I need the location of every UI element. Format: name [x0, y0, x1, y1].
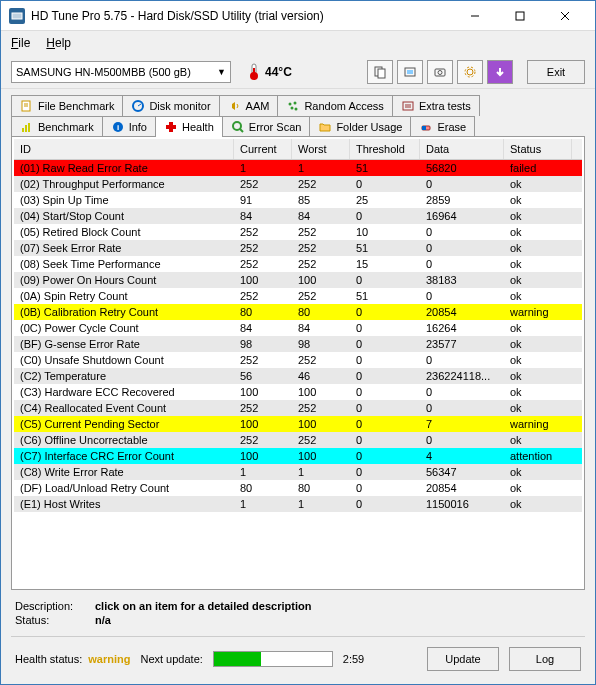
table-row[interactable]: (C8) Write Error Rate11056347ok — [14, 464, 582, 480]
update-button[interactable]: Update — [427, 647, 499, 671]
tab-disk-monitor[interactable]: Disk monitor — [122, 95, 219, 116]
cell-data: 16964 — [420, 208, 504, 224]
table-row[interactable]: (07) Seek Error Rate252252510ok — [14, 240, 582, 256]
cell-data: 0 — [420, 352, 504, 368]
table-row[interactable]: (02) Throughput Performance25225200ok — [14, 176, 582, 192]
cell-id: (C3) Hardware ECC Recovered — [14, 384, 234, 400]
col-status[interactable]: Status — [504, 139, 572, 159]
cell-worst: 252 — [292, 352, 350, 368]
tab-info[interactable]: iInfo — [102, 116, 156, 137]
maximize-button[interactable] — [497, 2, 542, 30]
tab-folder-usage[interactable]: Folder Usage — [309, 116, 411, 137]
copy-icon[interactable] — [367, 60, 393, 84]
table-row[interactable]: (C2) Temperature56460236224118...ok — [14, 368, 582, 384]
cell-thr: 25 — [350, 192, 420, 208]
table-row[interactable]: (C5) Current Pending Sector10010007warni… — [14, 416, 582, 432]
separator — [11, 636, 585, 637]
col-current[interactable]: Current — [234, 139, 292, 159]
table-row[interactable]: (0C) Power Cycle Count8484016264ok — [14, 320, 582, 336]
minimize-button[interactable] — [452, 2, 497, 30]
cell-thr: 0 — [350, 384, 420, 400]
cell-thr: 15 — [350, 256, 420, 272]
thermometer-icon — [247, 63, 261, 81]
table-row[interactable]: (E1) Host Writes1101150016ok — [14, 496, 582, 512]
tab-label: File Benchmark — [38, 100, 114, 112]
cell-data: 1150016 — [420, 496, 504, 512]
tab-label: Disk monitor — [149, 100, 210, 112]
svg-point-23 — [291, 107, 294, 110]
table-row[interactable]: (04) Start/Stop Count8484016964ok — [14, 208, 582, 224]
tab-file-benchmark[interactable]: File Benchmark — [11, 95, 123, 116]
cell-status: ok — [504, 256, 572, 272]
exit-button[interactable]: Exit — [527, 60, 585, 84]
titlebar[interactable]: HD Tune Pro 5.75 - Hard Disk/SSD Utility… — [1, 1, 595, 31]
cell-worst: 84 — [292, 208, 350, 224]
tab-erase[interactable]: Erase — [410, 116, 475, 137]
aam-icon — [228, 99, 242, 113]
cell-status: ok — [504, 272, 572, 288]
device-dropdown[interactable]: SAMSUNG HN-M500MBB (500 gB) ▼ — [11, 61, 231, 83]
tab-error-scan[interactable]: Error Scan — [222, 116, 311, 137]
svg-rect-25 — [403, 102, 413, 110]
close-button[interactable] — [542, 2, 587, 30]
tab-health[interactable]: Health — [155, 116, 223, 137]
description-block: Description: click on an item for a deta… — [11, 600, 585, 626]
table-row[interactable]: (C3) Hardware ECC Recovered10010000ok — [14, 384, 582, 400]
col-worst[interactable]: Worst — [292, 139, 350, 159]
cell-cur: 56 — [234, 368, 292, 384]
cell-status: ok — [504, 432, 572, 448]
cell-id: (BF) G-sense Error Rate — [14, 336, 234, 352]
table-row[interactable]: (05) Retired Block Count252252100ok — [14, 224, 582, 240]
cell-thr: 10 — [350, 224, 420, 240]
settings-icon[interactable] — [457, 60, 483, 84]
cell-worst: 85 — [292, 192, 350, 208]
cell-thr: 0 — [350, 496, 420, 512]
menu-file[interactable]: File — [11, 36, 30, 50]
table-row[interactable]: (0B) Calibration Retry Count8080020854wa… — [14, 304, 582, 320]
cell-thr: 0 — [350, 416, 420, 432]
tab-extra-tests[interactable]: Extra tests — [392, 95, 480, 116]
svg-rect-29 — [25, 125, 27, 132]
table-row[interactable]: (C0) Unsafe Shutdown Count25225200ok — [14, 352, 582, 368]
log-button[interactable]: Log — [509, 647, 581, 671]
col-data[interactable]: Data — [420, 139, 504, 159]
tab-label: Extra tests — [419, 100, 471, 112]
menu-help[interactable]: Help — [46, 36, 71, 50]
cell-worst: 100 — [292, 384, 350, 400]
tab-aam[interactable]: AAM — [219, 95, 279, 116]
table-row[interactable]: (0A) Spin Retry Count252252510ok — [14, 288, 582, 304]
table-row[interactable]: (BF) G-sense Error Rate9898023577ok — [14, 336, 582, 352]
table-row[interactable]: (C7) Interface CRC Error Count10010004at… — [14, 448, 582, 464]
cell-worst: 252 — [292, 176, 350, 192]
screenshot-icon[interactable] — [397, 60, 423, 84]
save-icon[interactable] — [487, 60, 513, 84]
col-threshold[interactable]: Threshold — [350, 139, 420, 159]
cell-thr: 0 — [350, 432, 420, 448]
tab-label: Erase — [437, 121, 466, 133]
table-row[interactable]: (01) Raw Read Error Rate115156820failed — [14, 160, 582, 176]
table-row[interactable]: (DF) Load/Unload Retry Count8080020854ok — [14, 480, 582, 496]
cell-status: ok — [504, 336, 572, 352]
cell-thr: 0 — [350, 336, 420, 352]
file-benchmark-icon — [20, 99, 34, 113]
benchmark-icon — [20, 120, 34, 134]
table-row[interactable]: (03) Spin Up Time9185252859ok — [14, 192, 582, 208]
col-id[interactable]: ID — [14, 139, 234, 159]
svg-rect-38 — [422, 126, 426, 130]
table-row[interactable]: (C4) Reallocated Event Count25225200ok — [14, 400, 582, 416]
cell-id: (0B) Calibration Retry Count — [14, 304, 234, 320]
svg-rect-28 — [22, 128, 24, 132]
table-row[interactable]: (09) Power On Hours Count100100038183ok — [14, 272, 582, 288]
cell-cur: 1 — [234, 464, 292, 480]
cell-worst: 80 — [292, 480, 350, 496]
tab-random-access[interactable]: Random Access — [277, 95, 392, 116]
cell-worst: 100 — [292, 448, 350, 464]
table-row[interactable]: (08) Seek Time Performance252252150ok — [14, 256, 582, 272]
cell-cur: 252 — [234, 240, 292, 256]
cell-worst: 252 — [292, 224, 350, 240]
cell-thr: 0 — [350, 272, 420, 288]
table-row[interactable]: (C6) Offline Uncorrectable25225200ok — [14, 432, 582, 448]
tab-benchmark[interactable]: Benchmark — [11, 116, 103, 137]
camera-icon[interactable] — [427, 60, 453, 84]
cell-cur: 98 — [234, 336, 292, 352]
